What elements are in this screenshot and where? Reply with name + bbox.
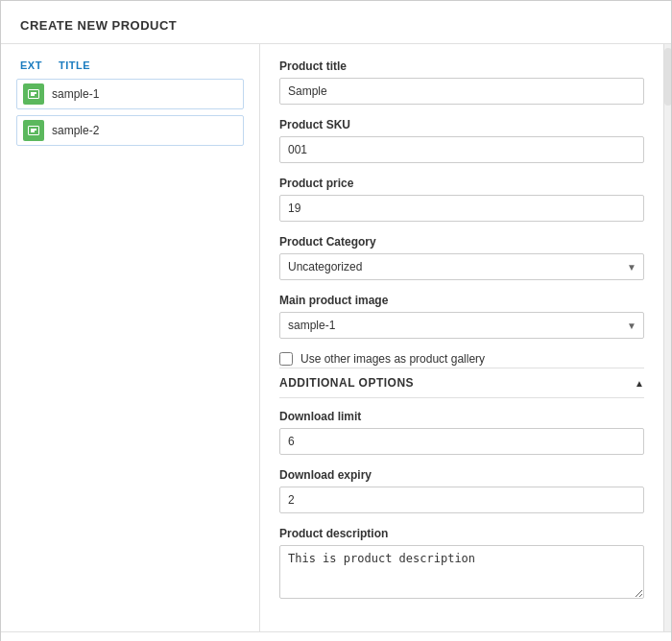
product-sku-input[interactable] xyxy=(279,136,644,163)
right-panel: Product title Product SKU Product price … xyxy=(260,44,663,631)
additional-options-title: ADDITIONAL OPTIONS xyxy=(279,376,414,390)
gallery-checkbox-label[interactable]: Use other images as product gallery xyxy=(300,352,485,366)
file-icon-2 xyxy=(23,120,44,141)
modal-title: CREATE NEW PRODUCT xyxy=(20,18,177,33)
download-expiry-label: Download expiry xyxy=(279,468,644,482)
file-icon-1 xyxy=(23,83,44,105)
download-expiry-group: Download expiry xyxy=(279,468,644,513)
collapse-icon: ▲ xyxy=(635,378,644,389)
product-price-group: Product price xyxy=(279,177,644,222)
download-limit-label: Download limit xyxy=(279,410,644,423)
product-category-select[interactable]: Uncategorized Electronics Clothing Books xyxy=(279,253,644,280)
gallery-checkbox-row: Use other images as product gallery xyxy=(279,352,644,366)
file-name-1: sample-1 xyxy=(52,87,237,101)
product-category-select-wrapper: Uncategorized Electronics Clothing Books… xyxy=(279,253,644,280)
product-category-label: Product Category xyxy=(279,235,644,249)
main-image-select[interactable]: sample-1 sample-2 xyxy=(279,312,644,339)
create-product-modal: CREATE NEW PRODUCT EXT TITLE sample-1 sa… xyxy=(0,0,672,641)
product-description-input[interactable] xyxy=(279,545,644,599)
product-title-group: Product title xyxy=(279,59,644,105)
scrollbar-track[interactable] xyxy=(663,44,671,631)
file-item-2[interactable]: sample-2 xyxy=(16,115,244,146)
download-limit-input[interactable] xyxy=(279,428,644,455)
file-icon-shape-2 xyxy=(28,126,39,135)
product-title-input[interactable] xyxy=(279,78,644,105)
main-image-select-wrapper: sample-1 sample-2 ▼ xyxy=(279,312,644,339)
product-price-input[interactable] xyxy=(279,195,644,222)
column-headers: EXT TITLE xyxy=(16,59,244,71)
product-description-label: Product description xyxy=(279,527,644,540)
file-name-2: sample-2 xyxy=(52,124,237,137)
download-expiry-input[interactable] xyxy=(279,487,644,513)
product-description-group: Product description xyxy=(279,527,644,603)
download-limit-group: Download limit xyxy=(279,410,644,455)
modal-body: EXT TITLE sample-1 sample-2 P xyxy=(1,44,671,631)
additional-options-header[interactable]: ADDITIONAL OPTIONS ▲ xyxy=(279,368,644,398)
col-header-title: TITLE xyxy=(59,59,244,71)
file-icon-shape-1 xyxy=(28,89,39,99)
col-header-ext: EXT xyxy=(20,59,49,71)
right-scroll-wrapper: Product title Product SKU Product price … xyxy=(260,44,671,631)
product-sku-group: Product SKU xyxy=(279,118,644,163)
file-item-1[interactable]: sample-1 xyxy=(16,79,244,109)
modal-footer: CANCEL SAVE xyxy=(1,631,671,641)
product-sku-label: Product SKU xyxy=(279,118,644,131)
gallery-checkbox[interactable] xyxy=(279,352,293,366)
product-price-label: Product price xyxy=(279,177,644,190)
modal-header: CREATE NEW PRODUCT xyxy=(1,1,671,44)
scrollbar-thumb[interactable] xyxy=(664,48,671,106)
main-image-group: Main product image sample-1 sample-2 ▼ xyxy=(279,294,644,339)
main-image-label: Main product image xyxy=(279,294,644,307)
product-category-group: Product Category Uncategorized Electroni… xyxy=(279,235,644,280)
product-title-label: Product title xyxy=(279,59,644,73)
left-panel: EXT TITLE sample-1 sample-2 xyxy=(1,44,260,631)
